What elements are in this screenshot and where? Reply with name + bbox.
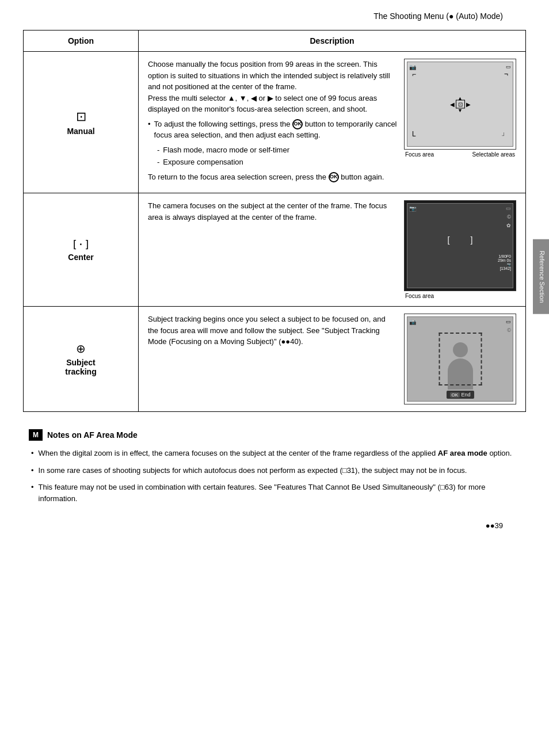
notes-section: M Notes on AF Area Mode When the digital… <box>23 429 526 504</box>
center-screen-inner: 📷 ▭ © ✿ [ ] <box>407 203 513 288</box>
end-text: End <box>462 392 471 398</box>
corner-br: 」 <box>501 128 508 138</box>
center-camera-screen: 📷 ▭ © ✿ [ ] <box>404 200 516 299</box>
page-number: ●●39 <box>23 521 526 530</box>
selectable-areas-label: Selectable areas <box>472 151 516 158</box>
description-cell-center: The camera focuses on the subject at the… <box>139 193 526 307</box>
manual-dash2: Exposure compensation <box>157 156 397 168</box>
col1-header: Option <box>24 30 139 52</box>
page-num-text: ●●39 <box>486 521 503 530</box>
corner-tr: ¬ <box>504 70 508 78</box>
af-area-mode-bold: AF area mode <box>438 449 487 457</box>
ok-button-icon: OK <box>292 119 303 129</box>
exposure-info: 1/80F0 29m 0s 📷 [1342] <box>498 254 511 270</box>
battery-icon: ▭ <box>506 64 511 70</box>
notes-item3-text: This feature may not be used in combinat… <box>39 482 520 504</box>
description-cell-subject-tracking: Subject tracking begins once you select … <box>139 307 526 412</box>
manual-icon: ⊡ <box>33 109 129 124</box>
table-row: ⊡ Manual Choose manually the focus posit… <box>24 52 526 193</box>
bracket-tl: [ <box>448 236 450 244</box>
manual-screen-inner: 📷 ▭ ⌐ ¬ L 」 <box>407 62 513 147</box>
page-container: The Shooting Menu (● (Auto) Mode) Option… <box>0 0 549 553</box>
manual-camera-screen: 📷 ▭ ⌐ ¬ L 」 <box>404 59 516 158</box>
lr-arrows: ◀⊡▶ <box>450 101 471 108</box>
cam-icon-top3: 📷 <box>409 319 416 325</box>
focus-nav: ▲ ◀⊡▶ ▼ <box>450 96 471 113</box>
manual-mini-display: 📷 ▭ ⌐ ¬ L 」 <box>404 59 516 150</box>
ok-end-label: OK End <box>446 391 474 399</box>
desc-text-manual: Choose manually the focus position from … <box>148 59 397 186</box>
page-title: The Shooting Menu (● (Auto) Mode) <box>373 12 503 21</box>
table-row: ⊕ Subject tracking Subject tracking begi… <box>24 307 526 412</box>
description-cell-manual: Choose manually the focus position from … <box>139 52 526 193</box>
desc-text-center: The camera focuses on the subject at the… <box>148 200 397 226</box>
down-arrow: ▼ <box>450 108 471 113</box>
corner-tl: ⌐ <box>412 70 416 78</box>
camera-mode-icon: 📷 <box>409 64 416 70</box>
center-label: Center <box>68 253 93 262</box>
leaf-icon: ✿ <box>506 223 511 228</box>
desc-content-center: The camera focuses on the subject at the… <box>148 200 516 299</box>
subject-tracking-screen-inner: 📷 ▭ © <box>407 316 513 402</box>
side-tab: Reference Section <box>533 239 549 314</box>
notes-icon: M <box>29 429 43 441</box>
center-focus-bracket: [ ] <box>448 236 473 255</box>
subject-tracking-mini-display: 📷 ▭ © <box>404 314 516 404</box>
shots-remaining: [1342] <box>498 266 511 270</box>
bracket-container: [ ] <box>448 236 473 255</box>
focus-area-label: Focus area <box>405 151 434 158</box>
option-cell-center: [·] Center <box>24 193 139 307</box>
page-header: The Shooting Menu (● (Auto) Mode) <box>23 12 526 21</box>
desc-content-subject-tracking: Subject tracking begins once you select … <box>148 314 516 404</box>
focus-area-label2: Focus area <box>405 293 434 299</box>
shutter-speed: 1/80F0 <box>498 254 511 258</box>
subject-tracking-camera-screen: 📷 ▭ © <box>404 314 516 404</box>
exposure-mode: 📷 <box>498 262 511 266</box>
manual-label: Manual <box>67 127 94 136</box>
mode-icon2: © <box>507 327 511 333</box>
manual-dash2-text: Exposure compensation <box>163 156 243 168</box>
center-desc: The camera focuses on the subject at the… <box>148 200 397 223</box>
iso: 29m 0s <box>498 258 511 262</box>
corner-bl: L <box>412 130 416 138</box>
manual-bullet1: To adjust the following settings, press … <box>148 119 397 141</box>
notes-title: Notes on AF Area Mode <box>47 430 138 440</box>
notes-item-1: When the digital zoom is in effect, the … <box>31 448 520 459</box>
notes-body: When the digital zoom is in effect, the … <box>29 448 520 504</box>
bracket-top: [ ] <box>448 236 473 244</box>
mode-icon: © <box>507 214 511 220</box>
notes-item-3: This feature may not be used in combinat… <box>31 482 520 504</box>
center-icon: [·] <box>33 238 129 250</box>
center-mini-display: 📷 ▭ © ✿ [ ] <box>404 200 516 291</box>
manual-desc-p1: Choose manually the focus position from … <box>148 59 397 115</box>
screen-caption-manual: Focus area Selectable areas <box>404 151 516 158</box>
subject-tracking-desc: Subject tracking begins once you select … <box>148 314 397 348</box>
notes-header: M Notes on AF Area Mode <box>29 429 520 441</box>
bracket-tr: ] <box>471 236 473 244</box>
notes-item-2: In some rare cases of shooting subjects … <box>31 465 520 476</box>
side-tab-text: Reference Section <box>539 250 546 303</box>
manual-dash1: Flash mode, macro mode or self-timer <box>157 144 397 156</box>
main-table: Option Description ⊡ Manual Choose manua… <box>23 30 526 412</box>
option-cell-subject-tracking: ⊕ Subject tracking <box>24 307 139 412</box>
desc-text-subject-tracking: Subject tracking begins once you select … <box>148 314 397 351</box>
ok-icon-small: OK <box>449 392 460 398</box>
screen-caption-center: Focus area <box>404 293 516 299</box>
notes-item2-text: In some rare cases of shooting subjects … <box>39 465 467 476</box>
manual-p2: To return to the focus area selection sc… <box>148 171 397 183</box>
battery-icon3: ▭ <box>506 319 511 324</box>
table-row: [·] Center The camera focuses on the sub… <box>24 193 526 307</box>
col2-header: Description <box>139 30 526 52</box>
manual-dash1-text: Flash mode, macro mode or self-timer <box>163 144 289 156</box>
option-cell-manual: ⊡ Manual <box>24 52 139 193</box>
battery-icon2: ▭ <box>506 205 511 211</box>
subject-tracking-label: Subject tracking <box>65 358 96 376</box>
subject-tracking-icon: ⊕ <box>33 342 129 356</box>
desc-content-manual: Choose manually the focus position from … <box>148 59 516 186</box>
tracking-bracket <box>439 333 482 385</box>
ok-button2-icon: OK <box>329 172 339 182</box>
cam-top-icon: 📷 <box>409 205 416 212</box>
